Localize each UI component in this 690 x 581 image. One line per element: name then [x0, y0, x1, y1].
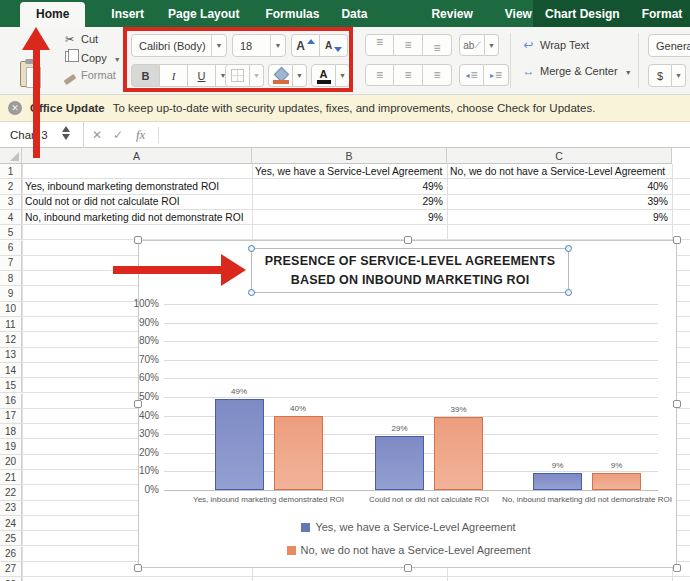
row-header-11[interactable]: 11 [0, 317, 22, 331]
column-header-B[interactable]: B [252, 148, 447, 164]
currency-dropdown-arrow[interactable]: ▼ [672, 64, 686, 87]
legend-swatch-1 [301, 523, 310, 532]
row-header-2[interactable]: 2 [0, 179, 22, 193]
row-header-23[interactable]: 23 [0, 501, 22, 515]
row-header-14[interactable]: 14 [0, 363, 22, 377]
row-header-17[interactable]: 17 [0, 409, 22, 423]
cell-C3[interactable]: 39% [447, 195, 672, 209]
cell-C1[interactable]: No, we do not have a Service-Level Agree… [447, 164, 672, 178]
name-box-stepper[interactable] [62, 126, 70, 140]
column-header-C[interactable]: C [447, 148, 672, 164]
cell-C2[interactable]: 40% [447, 179, 672, 193]
cell-B1[interactable]: Yes, we have a Service-Level Agreement [252, 164, 447, 178]
cancel-icon[interactable]: ✕ [92, 122, 102, 148]
align-right-button[interactable]: ≡ [423, 64, 452, 86]
tab-data[interactable]: Data [341, 7, 367, 21]
row-header-7[interactable]: 7 [0, 256, 22, 270]
row-header-20[interactable]: 20 [0, 455, 22, 469]
format-painter-button[interactable]: Format [62, 69, 116, 81]
bar-series1-cat1[interactable] [215, 399, 264, 490]
cell-A3[interactable]: Could not or did not calculate ROI [22, 195, 252, 209]
title-handle[interactable] [565, 289, 572, 296]
chart-selection-handle[interactable] [404, 564, 412, 572]
row-header-4[interactable]: 4 [0, 210, 22, 224]
row-header-26[interactable]: 26 [0, 547, 22, 561]
name-box[interactable]: Chart 3 [0, 122, 84, 148]
row-header-10[interactable]: 10 [0, 302, 22, 316]
chart-selection-handle[interactable] [673, 236, 681, 244]
cell-B4[interactable]: 9% [252, 210, 447, 224]
cell-C4[interactable]: 9% [447, 210, 672, 224]
row-header-19[interactable]: 19 [0, 439, 22, 453]
align-top-button[interactable]: ≡ [365, 34, 394, 56]
title-handle[interactable] [248, 245, 255, 252]
chart-selection-handle[interactable] [134, 564, 142, 572]
dismiss-update-icon[interactable]: ✕ [8, 101, 22, 115]
tab-formulas[interactable]: Formulas [265, 7, 319, 21]
row-header-25[interactable]: 25 [0, 531, 22, 545]
tab-chart-design[interactable]: Chart Design [545, 7, 620, 21]
row-header-12[interactable]: 12 [0, 332, 22, 346]
enter-icon[interactable]: ✓ [113, 122, 123, 148]
align-bottom-button[interactable]: ≡ [423, 34, 452, 56]
tab-format[interactable]: Format [642, 7, 683, 21]
number-format-combobox[interactable]: General [648, 34, 690, 57]
chart-selection-handle[interactable] [134, 400, 142, 408]
cell-B2[interactable]: 49% [252, 179, 447, 193]
row-header-24[interactable]: 24 [0, 516, 22, 530]
title-handle[interactable] [248, 289, 255, 296]
row-header-15[interactable]: 15 [0, 378, 22, 392]
tab-insert[interactable]: Insert [111, 7, 144, 21]
chart-selection-handle[interactable] [404, 236, 412, 244]
bar-series2-cat2[interactable] [434, 417, 483, 490]
orientation-button[interactable]: ab⟋ [459, 34, 485, 56]
copy-button[interactable]: Copy ▼ [62, 51, 121, 64]
bar-series2-cat3[interactable] [592, 473, 641, 490]
chart-selection-handle[interactable] [673, 400, 681, 408]
column-header-A[interactable]: A [22, 148, 252, 164]
align-left-button[interactable]: ≡ [365, 64, 394, 86]
align-middle-button[interactable]: ≡ [394, 34, 423, 56]
row-header-27[interactable]: 27 [0, 562, 22, 576]
row-header-3[interactable]: 3 [0, 195, 22, 209]
annotation-red-rectangle [123, 27, 353, 92]
cell-B3[interactable]: 29% [252, 195, 447, 209]
bar-series2-cat1[interactable] [274, 416, 323, 490]
currency-format-button[interactable]: $ [648, 64, 672, 87]
tab-home[interactable]: Home [20, 2, 85, 29]
row-header-9[interactable]: 9 [0, 286, 22, 300]
row-header-6[interactable]: 6 [0, 241, 22, 255]
legend-entry-1[interactable]: Yes, we have a Service-Level Agreement [139, 521, 678, 533]
wrap-text-button[interactable]: ↩Wrap Text [521, 38, 589, 52]
row-header-1[interactable]: 1 [0, 164, 22, 178]
row-header-18[interactable]: 18 [0, 424, 22, 438]
merge-center-button[interactable]: ↔Merge & Center ▼ [521, 64, 632, 78]
row-header-13[interactable]: 13 [0, 348, 22, 362]
tab-view[interactable]: View [505, 7, 532, 21]
chart-title[interactable]: PRESENCE OF SERVICE-LEVEL AGREEMENTS BAS… [251, 248, 569, 293]
row-header-16[interactable]: 16 [0, 394, 22, 408]
increase-indent-button[interactable]: ▸≡ [484, 64, 509, 86]
legend-label-2: No, we do not have a Service-Level Agree… [301, 544, 531, 556]
row-header-22[interactable]: 22 [0, 485, 22, 499]
orientation-dropdown-arrow[interactable]: ▼ [485, 34, 499, 56]
chart-object[interactable]: PRESENCE OF SERVICE-LEVEL AGREEMENTS BAS… [138, 240, 677, 568]
row-header-5[interactable]: 5 [0, 225, 22, 239]
align-center-button[interactable]: ≡ [394, 64, 423, 86]
row-header-21[interactable]: 21 [0, 470, 22, 484]
tab-page-layout[interactable]: Page Layout [168, 7, 239, 21]
cell-A2[interactable]: Yes, inbound marketing demonstrated ROI [22, 179, 252, 193]
cell-A4[interactable]: No, inbound marketing did not demonstrat… [22, 210, 252, 224]
title-handle[interactable] [565, 245, 572, 252]
legend-entry-2[interactable]: No, we do not have a Service-Level Agree… [139, 544, 678, 556]
bar-series1-cat3[interactable] [533, 473, 582, 490]
chart-selection-handle[interactable] [134, 236, 142, 244]
tab-review[interactable]: Review [431, 7, 472, 21]
row-header-8[interactable]: 8 [0, 271, 22, 285]
decrease-indent-button[interactable]: ◂≡ [459, 64, 484, 86]
chart-selection-handle[interactable] [673, 564, 681, 572]
bar-series1-cat2[interactable] [375, 436, 424, 490]
cut-button[interactable]: ✂Cut [62, 33, 98, 46]
insert-function-icon[interactable]: fx [136, 122, 145, 148]
row-header-28[interactable]: 28 [0, 577, 22, 581]
